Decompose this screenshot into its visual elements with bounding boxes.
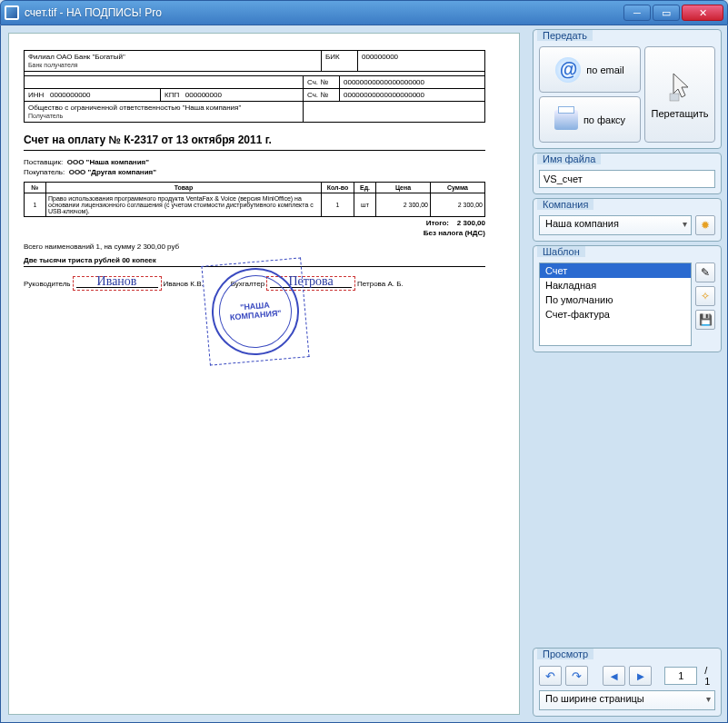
drag-button[interactable]: Перетащить [644, 46, 715, 143]
printer-icon [554, 110, 578, 130]
col-price: Цена [376, 182, 431, 193]
list-item[interactable]: Счет [540, 263, 691, 278]
company-label: Компания [537, 199, 593, 210]
pencil-icon: ✎ [701, 266, 710, 279]
director-signature: Иванов [76, 274, 158, 289]
acct2-label: Сч. № [304, 88, 340, 101]
col-qty: Кол-во [322, 182, 354, 193]
acct2-value: 00000000000000000000 [340, 88, 485, 101]
rotate-left-button[interactable]: ↶ [539, 666, 562, 686]
send-fax-button[interactable]: по факсу [539, 96, 641, 143]
template-label: Шаблон [537, 246, 585, 257]
table-row: 1 Право использования программного проду… [25, 193, 485, 216]
send-group-title: Передать [537, 30, 593, 41]
total-value: 2 300,00 [457, 219, 485, 227]
send-email-button[interactable]: @ по email [539, 46, 641, 93]
items-table: № Товар Кол-во Ед. Цена Сумма 1 Право ис… [24, 182, 485, 217]
stamp: "НАШАКОМПАНИЯ" [201, 257, 309, 365]
maximize-button[interactable]: ▭ [653, 5, 680, 21]
prev-page-button[interactable]: ◄ [603, 666, 625, 686]
gear-icon: ✹ [701, 219, 710, 232]
buyer-name: ООО "Другая компания" [69, 168, 156, 176]
list-item[interactable]: По умолчанию [540, 292, 691, 307]
company-settings-button[interactable]: ✹ [695, 215, 715, 235]
chevron-left-icon: ◄ [608, 669, 620, 683]
invoice-title: Счет на оплату № К-2317 от 13 октября 20… [24, 134, 485, 151]
kpp-value: 000000000 [185, 91, 222, 99]
acct1-label: Сч. № [304, 75, 340, 88]
app-icon [5, 5, 19, 20]
at-icon: @ [555, 57, 581, 83]
count-text: Всего наименований 1, на сумму 2 300,00 … [24, 243, 485, 251]
template-edit-button[interactable]: ✎ [695, 262, 715, 282]
cursor-icon [666, 70, 693, 103]
director-name: Иванов К.В. [164, 280, 204, 288]
inn-value: 0000000000 [50, 91, 91, 99]
template-new-button[interactable]: ✧ [695, 286, 715, 306]
company-combo[interactable]: Наша компания [539, 215, 692, 235]
next-page-button[interactable]: ► [629, 666, 652, 686]
rotate-right-icon: ↷ [572, 669, 582, 683]
list-item[interactable]: Накладная [540, 278, 691, 292]
send-group: Передать @ по email по факсу [533, 29, 722, 149]
bik-value: 000000000 [358, 51, 485, 72]
filename-group: Имя файла [533, 153, 722, 194]
org-name: Общество с ограниченной ответственностью… [28, 104, 241, 112]
close-button[interactable]: ✕ [682, 5, 723, 21]
template-listbox[interactable]: Счет Накладная По умолчанию Счет-фактура [539, 262, 692, 346]
col-sum: Сумма [431, 182, 485, 193]
preview-group-title: Просмотр [537, 649, 593, 659]
bik-label: БИК [322, 51, 358, 72]
bank-details-table: Филиал ОАО Банк "Богатый"Банк получателя… [24, 50, 485, 72]
preview-group: Просмотр ↶ ↷ ◄ ► / 1 По ширине страницы [533, 648, 722, 717]
filename-label: Имя файла [537, 154, 601, 164]
rotate-right-button[interactable]: ↷ [565, 666, 588, 686]
zoom-combo[interactable]: По ширине страницы [539, 690, 715, 710]
accountant-name: Петрова А. Б. [357, 280, 404, 288]
page-number-input[interactable] [664, 667, 697, 685]
page-total: / 1 [704, 665, 715, 687]
bank-branch: Филиал ОАО Банк "Богатый" [28, 53, 125, 61]
buyer-label: Покупатель: [24, 168, 65, 176]
rotate-left-icon: ↶ [545, 669, 555, 683]
template-group: Шаблон Счет Накладная По умолчанию Счет-… [533, 245, 722, 352]
svg-rect-0 [670, 94, 679, 101]
document-page: Филиал ОАО Банк "Богатый"Банк получателя… [9, 34, 500, 342]
side-panel: Передать @ по email по факсу [527, 25, 727, 722]
recipient-label: Получатель [28, 113, 63, 119]
company-group: Компания Наша компания ✹ [533, 198, 722, 242]
col-unit: Ед. [354, 182, 376, 193]
template-save-button[interactable]: 💾 [695, 310, 715, 330]
minimize-button[interactable]: ─ [623, 5, 651, 21]
kpp-label: КПП [165, 91, 179, 99]
chevron-right-icon: ► [634, 669, 646, 683]
fax-btn-label: по факсу [583, 114, 625, 125]
save-icon: 💾 [699, 313, 713, 326]
acct1-value: 00000000000000000000 [340, 75, 485, 88]
supplier-name: ООО "Наша компания" [67, 158, 149, 166]
list-item[interactable]: Счет-фактура [540, 307, 691, 322]
preview-scroll[interactable]: Филиал ОАО Банк "Богатый"Банк получателя… [8, 33, 520, 715]
drag-btn-label: Перетащить [652, 108, 709, 119]
new-icon: ✧ [701, 290, 710, 302]
bank-recipient-label: Банк получателя [28, 62, 78, 68]
col-goods: Товар [46, 182, 322, 193]
director-label: Руководитель [24, 280, 71, 288]
col-num: № [25, 182, 46, 193]
filename-input[interactable] [539, 170, 715, 188]
preview-pane: Филиал ОАО Банк "Богатый"Банк получателя… [1, 25, 527, 722]
title-bar: счет.tif - НА ПОДПИСЬ! Pro ─ ▭ ✕ [0, 0, 728, 25]
no-vat: Без налога (НДС) [424, 229, 485, 237]
inn-label: ИНН [28, 91, 44, 99]
email-btn-label: по email [586, 64, 623, 75]
supplier-label: Поставщик: [24, 158, 63, 166]
window-title: счет.tif - НА ПОДПИСЬ! Pro [25, 6, 623, 19]
total-label: Итого: [426, 219, 449, 227]
bank-table-full: Филиал ОАО Банк "Богатый" Сч. № 00000000… [24, 75, 485, 123]
